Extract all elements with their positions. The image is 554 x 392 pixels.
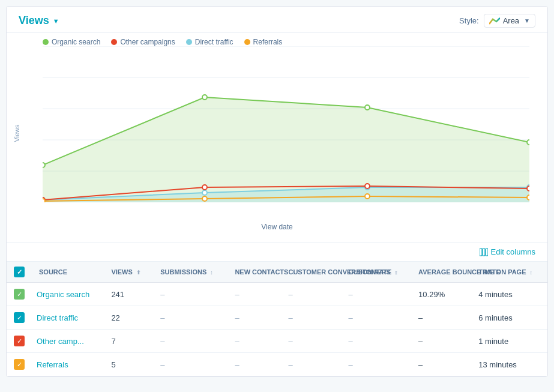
td-time-2: 1 minute xyxy=(471,330,547,353)
check-icon: ✓ xyxy=(17,269,22,276)
td-new-contacts-0: – xyxy=(227,283,281,306)
table-body: ✓ Organic search 241 – – – – 10.29% 4 mi… xyxy=(7,283,547,376)
td-time-3: 13 minutes xyxy=(471,353,547,376)
legend-dot-organic xyxy=(43,39,49,45)
td-customers-3: – xyxy=(342,353,411,376)
row-checkbox-2[interactable]: ✓ xyxy=(14,336,25,346)
y-axis-label: Views xyxy=(13,124,20,142)
td-checkbox-3: ✓ xyxy=(7,353,32,376)
table-row: ✓ Organic search 241 – – – – 10.29% 4 mi… xyxy=(7,283,547,306)
area-chart-icon xyxy=(489,17,500,25)
other-dot-2 xyxy=(202,185,207,190)
th-time-on-page[interactable]: TIME ON PAGE ↕ xyxy=(471,262,547,283)
header-checkbox[interactable]: ✓ xyxy=(14,267,25,277)
submissions-sort-icon: ↕ xyxy=(210,270,213,276)
td-ccr-1: – xyxy=(281,306,341,330)
chart-wrapper: Views 125 100 75 50 25 0 xyxy=(19,46,535,220)
check-icon: ✓ xyxy=(17,315,22,321)
main-container: Views ▼ Style: Area ▼ xyxy=(6,6,548,377)
style-value-text: Area xyxy=(503,16,519,25)
referrals-dot-3 xyxy=(365,194,370,199)
table-row: ✓ Direct traffic 22 – – – – – 6 minutes xyxy=(7,306,547,330)
th-customers[interactable]: CUSTOMERS ↕ xyxy=(342,262,411,283)
row-checkbox-3[interactable]: ✓ xyxy=(14,359,25,370)
td-avg-bounce-1: – xyxy=(411,306,471,330)
td-new-contacts-1: – xyxy=(227,306,281,330)
data-table: ✓ SOURCE VIEWS ⬆ SUBMISSIONS ↕ NEW CONTA… xyxy=(7,262,547,376)
organic-dot-4 xyxy=(527,140,529,145)
th-avg-bounce[interactable]: AVERAGE BOUNCE RATE ↕ xyxy=(411,262,471,283)
style-dropdown-caret: ▼ xyxy=(524,17,530,24)
td-avg-bounce-0: 10.29% xyxy=(411,283,471,306)
x-axis-label: View date xyxy=(19,220,535,236)
td-submissions-2: – xyxy=(153,330,227,353)
organic-dot-2 xyxy=(202,95,207,100)
td-new-contacts-3: – xyxy=(227,353,281,376)
chart-area: Views 125 100 75 50 25 0 xyxy=(7,46,547,242)
check-icon: ✓ xyxy=(17,361,22,368)
check-icon: ✓ xyxy=(17,291,22,298)
td-new-contacts-2: – xyxy=(227,330,281,353)
svg-rect-17 xyxy=(483,249,485,256)
td-customers-0: – xyxy=(342,283,411,306)
td-source-1[interactable]: Direct traffic xyxy=(32,306,104,330)
referrals-dot-1 xyxy=(43,199,45,202)
td-time-1: 6 minutes xyxy=(471,306,547,330)
legend-dot-other xyxy=(111,39,117,45)
table-section: Edit columns ✓ SOURCE VIEWS ⬆ xyxy=(7,242,547,376)
td-ccr-2: – xyxy=(281,330,341,353)
td-views-0: 241 xyxy=(104,283,153,306)
organic-dot-1 xyxy=(43,163,45,167)
td-checkbox-2: ✓ xyxy=(7,330,32,353)
th-views[interactable]: VIEWS ⬆ xyxy=(104,262,153,283)
td-avg-bounce-3: – xyxy=(411,353,471,376)
legend-label-referrals: Referrals xyxy=(253,38,283,46)
other-dot-4 xyxy=(527,186,529,191)
td-source-2[interactable]: Other camp... xyxy=(32,330,104,353)
views-title-text: Views xyxy=(19,14,49,27)
td-checkbox-0: ✓ xyxy=(7,283,32,306)
td-customers-1: – xyxy=(342,306,411,330)
chart-svg: 125 100 75 50 25 0 10/28/2018 11/4/2018 … xyxy=(43,46,529,202)
time-sort-icon: ↕ xyxy=(530,270,533,276)
legend-label-other: Other campaigns xyxy=(120,38,175,46)
legend-item-referrals[interactable]: Referrals xyxy=(244,38,283,46)
legend-item-other[interactable]: Other campaigns xyxy=(111,38,175,46)
th-new-contacts[interactable]: NEW CONTACTS ↕ xyxy=(227,262,281,283)
th-submissions[interactable]: SUBMISSIONS ↕ xyxy=(153,262,227,283)
td-submissions-1: – xyxy=(153,306,227,330)
legend-dot-direct xyxy=(186,39,192,45)
td-customers-2: – xyxy=(342,330,411,353)
legend-label-organic: Organic search xyxy=(52,38,100,46)
table-row: ✓ Other camp... 7 – – – – – 1 minute xyxy=(7,330,547,353)
svg-rect-18 xyxy=(486,249,488,256)
td-ccr-3: – xyxy=(281,353,341,376)
chart-svg-container: 125 100 75 50 25 0 10/28/2018 11/4/2018 … xyxy=(43,46,529,220)
legend-dot-referrals xyxy=(244,39,250,45)
views-title-dropdown[interactable]: Views ▼ xyxy=(19,14,59,27)
td-source-0[interactable]: Organic search xyxy=(32,283,104,306)
style-selector-dropdown[interactable]: Area ▼ xyxy=(484,14,535,28)
td-source-3[interactable]: Referrals xyxy=(32,353,104,376)
edit-columns-label: Edit columns xyxy=(491,247,535,256)
edit-columns-button[interactable]: Edit columns xyxy=(480,247,535,256)
legend-item-direct[interactable]: Direct traffic xyxy=(186,38,233,46)
td-avg-bounce-2: – xyxy=(411,330,471,353)
edit-columns-icon xyxy=(480,248,488,256)
chart-header: Views ▼ Style: Area ▼ xyxy=(7,7,547,33)
style-label: Style: xyxy=(459,16,479,25)
svg-rect-16 xyxy=(480,249,482,256)
table-header-row: ✓ SOURCE VIEWS ⬆ SUBMISSIONS ↕ NEW CONTA… xyxy=(7,262,547,283)
direct-dot-2 xyxy=(202,190,207,195)
legend-label-direct: Direct traffic xyxy=(195,38,233,46)
legend-item-organic[interactable]: Organic search xyxy=(43,38,100,46)
customers-sort-icon: ↕ xyxy=(394,270,397,276)
referrals-dot-4 xyxy=(527,195,529,200)
th-customer-conversion[interactable]: CUSTOMER CONVERSION RATE ↕ xyxy=(281,262,341,283)
td-views-3: 5 xyxy=(104,353,153,376)
td-submissions-0: – xyxy=(153,283,227,306)
chart-legend: Organic search Other campaigns Direct tr… xyxy=(7,33,547,46)
caret-icon: ▼ xyxy=(53,17,59,25)
row-checkbox-1[interactable]: ✓ xyxy=(14,312,25,323)
row-checkbox-0[interactable]: ✓ xyxy=(14,289,25,300)
